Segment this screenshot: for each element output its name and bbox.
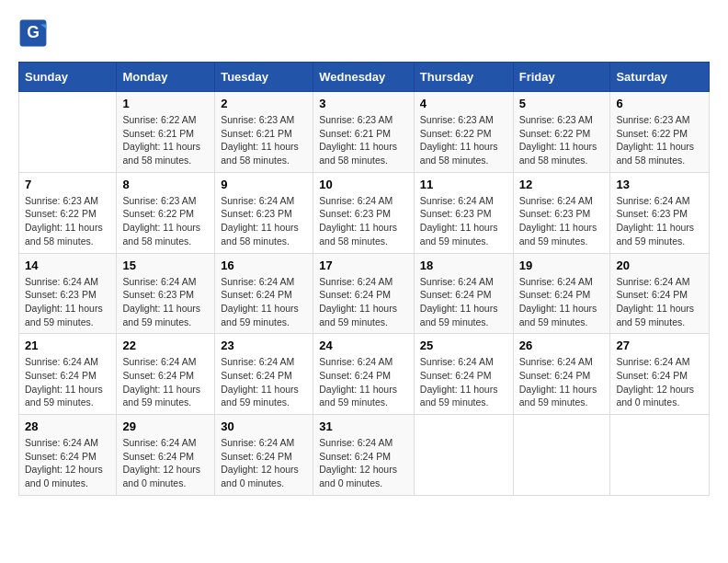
calendar-cell: 21Sunrise: 6:24 AM Sunset: 6:24 PM Dayli…	[19, 334, 117, 415]
day-info: Sunrise: 6:24 AM Sunset: 6:24 PM Dayligh…	[122, 355, 209, 409]
day-number: 16	[221, 259, 307, 272]
day-info: Sunrise: 6:24 AM Sunset: 6:24 PM Dayligh…	[221, 436, 307, 490]
calendar-cell: 1Sunrise: 6:22 AM Sunset: 6:21 PM Daylig…	[117, 92, 215, 173]
calendar-cell: 4Sunrise: 6:23 AM Sunset: 6:22 PM Daylig…	[414, 92, 513, 173]
day-number: 12	[519, 178, 605, 191]
calendar-cell: 19Sunrise: 6:24 AM Sunset: 6:24 PM Dayli…	[513, 253, 610, 334]
day-info: Sunrise: 6:24 AM Sunset: 6:24 PM Dayligh…	[319, 275, 408, 329]
calendar-cell: 11Sunrise: 6:24 AM Sunset: 6:23 PM Dayli…	[414, 172, 513, 253]
calendar-cell: 16Sunrise: 6:24 AM Sunset: 6:24 PM Dayli…	[215, 253, 313, 334]
day-number: 26	[519, 339, 605, 352]
day-info: Sunrise: 6:24 AM Sunset: 6:24 PM Dayligh…	[420, 275, 507, 329]
day-info: Sunrise: 6:23 AM Sunset: 6:21 PM Dayligh…	[221, 113, 307, 167]
weekday-header-tuesday: Tuesday	[215, 63, 313, 92]
calendar-cell	[513, 415, 610, 496]
day-info: Sunrise: 6:24 AM Sunset: 6:24 PM Dayligh…	[319, 436, 408, 490]
day-number: 19	[519, 259, 605, 272]
day-info: Sunrise: 6:24 AM Sunset: 6:24 PM Dayligh…	[25, 436, 110, 490]
calendar-week-row: 1Sunrise: 6:22 AM Sunset: 6:21 PM Daylig…	[19, 92, 710, 173]
weekday-header-friday: Friday	[513, 63, 610, 92]
day-number: 23	[221, 339, 307, 352]
calendar-cell: 24Sunrise: 6:24 AM Sunset: 6:24 PM Dayli…	[313, 334, 415, 415]
day-info: Sunrise: 6:24 AM Sunset: 6:24 PM Dayligh…	[519, 275, 605, 329]
day-info: Sunrise: 6:24 AM Sunset: 6:24 PM Dayligh…	[616, 355, 703, 409]
calendar-week-row: 7Sunrise: 6:23 AM Sunset: 6:22 PM Daylig…	[19, 172, 710, 253]
calendar-cell: 12Sunrise: 6:24 AM Sunset: 6:23 PM Dayli…	[513, 172, 610, 253]
calendar-cell: 28Sunrise: 6:24 AM Sunset: 6:24 PM Dayli…	[19, 415, 117, 496]
svg-text:G: G	[27, 23, 40, 41]
calendar-cell: 18Sunrise: 6:24 AM Sunset: 6:24 PM Dayli…	[414, 253, 513, 334]
day-info: Sunrise: 6:23 AM Sunset: 6:22 PM Dayligh…	[616, 113, 703, 167]
calendar-cell: 10Sunrise: 6:24 AM Sunset: 6:23 PM Dayli…	[313, 172, 415, 253]
calendar-cell	[19, 92, 117, 173]
day-number: 7	[25, 178, 110, 191]
day-number: 11	[420, 178, 507, 191]
calendar-cell: 17Sunrise: 6:24 AM Sunset: 6:24 PM Dayli…	[313, 253, 415, 334]
day-number: 21	[25, 339, 110, 352]
calendar-cell: 27Sunrise: 6:24 AM Sunset: 6:24 PM Dayli…	[610, 334, 710, 415]
calendar-cell	[414, 415, 513, 496]
day-info: Sunrise: 6:24 AM Sunset: 6:24 PM Dayligh…	[221, 355, 307, 409]
calendar-cell	[610, 415, 710, 496]
day-info: Sunrise: 6:24 AM Sunset: 6:24 PM Dayligh…	[221, 275, 307, 329]
day-info: Sunrise: 6:24 AM Sunset: 6:23 PM Dayligh…	[221, 194, 307, 248]
page-header: G	[18, 18, 710, 48]
calendar-cell: 30Sunrise: 6:24 AM Sunset: 6:24 PM Dayli…	[215, 415, 313, 496]
day-info: Sunrise: 6:24 AM Sunset: 6:24 PM Dayligh…	[519, 355, 605, 409]
calendar-cell: 13Sunrise: 6:24 AM Sunset: 6:23 PM Dayli…	[610, 172, 710, 253]
day-number: 14	[25, 259, 110, 272]
weekday-header-monday: Monday	[117, 63, 215, 92]
day-number: 28	[25, 419, 110, 433]
day-info: Sunrise: 6:24 AM Sunset: 6:23 PM Dayligh…	[25, 275, 110, 329]
day-number: 1	[122, 97, 209, 110]
calendar-cell: 3Sunrise: 6:23 AM Sunset: 6:21 PM Daylig…	[313, 92, 415, 173]
day-info: Sunrise: 6:24 AM Sunset: 6:24 PM Dayligh…	[616, 275, 703, 329]
calendar-cell: 15Sunrise: 6:24 AM Sunset: 6:23 PM Dayli…	[117, 253, 215, 334]
day-info: Sunrise: 6:23 AM Sunset: 6:22 PM Dayligh…	[420, 113, 507, 167]
calendar-cell: 8Sunrise: 6:23 AM Sunset: 6:22 PM Daylig…	[117, 172, 215, 253]
day-number: 18	[420, 259, 507, 272]
calendar-cell: 5Sunrise: 6:23 AM Sunset: 6:22 PM Daylig…	[513, 92, 610, 173]
calendar-table: SundayMondayTuesdayWednesdayThursdayFrid…	[18, 62, 710, 496]
day-number: 20	[616, 259, 703, 272]
weekday-header-thursday: Thursday	[414, 63, 513, 92]
day-number: 6	[616, 97, 703, 110]
day-number: 25	[420, 339, 507, 352]
day-info: Sunrise: 6:22 AM Sunset: 6:21 PM Dayligh…	[122, 113, 209, 167]
day-number: 27	[616, 339, 703, 352]
calendar-header-row: SundayMondayTuesdayWednesdayThursdayFrid…	[19, 63, 710, 92]
day-number: 10	[319, 178, 408, 191]
day-info: Sunrise: 6:24 AM Sunset: 6:23 PM Dayligh…	[616, 194, 703, 248]
day-number: 3	[319, 97, 408, 110]
day-number: 8	[122, 178, 209, 191]
day-info: Sunrise: 6:24 AM Sunset: 6:23 PM Dayligh…	[519, 194, 605, 248]
day-info: Sunrise: 6:24 AM Sunset: 6:24 PM Dayligh…	[420, 355, 507, 409]
calendar-cell: 25Sunrise: 6:24 AM Sunset: 6:24 PM Dayli…	[414, 334, 513, 415]
day-info: Sunrise: 6:23 AM Sunset: 6:22 PM Dayligh…	[122, 194, 209, 248]
calendar-cell: 23Sunrise: 6:24 AM Sunset: 6:24 PM Dayli…	[215, 334, 313, 415]
logo-icon: G	[18, 18, 48, 48]
day-number: 17	[319, 259, 408, 272]
day-number: 30	[221, 419, 307, 433]
calendar-cell: 7Sunrise: 6:23 AM Sunset: 6:22 PM Daylig…	[19, 172, 117, 253]
day-number: 13	[616, 178, 703, 191]
day-number: 22	[122, 339, 209, 352]
weekday-header-saturday: Saturday	[610, 63, 710, 92]
weekday-header-sunday: Sunday	[19, 63, 117, 92]
calendar-cell: 22Sunrise: 6:24 AM Sunset: 6:24 PM Dayli…	[117, 334, 215, 415]
calendar-cell: 9Sunrise: 6:24 AM Sunset: 6:23 PM Daylig…	[215, 172, 313, 253]
day-info: Sunrise: 6:24 AM Sunset: 6:24 PM Dayligh…	[122, 436, 209, 490]
day-number: 2	[221, 97, 307, 110]
calendar-week-row: 28Sunrise: 6:24 AM Sunset: 6:24 PM Dayli…	[19, 415, 710, 496]
day-info: Sunrise: 6:24 AM Sunset: 6:24 PM Dayligh…	[25, 355, 110, 409]
day-info: Sunrise: 6:24 AM Sunset: 6:23 PM Dayligh…	[319, 194, 408, 248]
logo: G	[18, 18, 53, 48]
calendar-cell: 29Sunrise: 6:24 AM Sunset: 6:24 PM Dayli…	[117, 415, 215, 496]
weekday-header-wednesday: Wednesday	[313, 63, 415, 92]
day-info: Sunrise: 6:23 AM Sunset: 6:22 PM Dayligh…	[519, 113, 605, 167]
calendar-week-row: 21Sunrise: 6:24 AM Sunset: 6:24 PM Dayli…	[19, 334, 710, 415]
day-number: 31	[319, 419, 408, 433]
day-number: 24	[319, 339, 408, 352]
day-info: Sunrise: 6:24 AM Sunset: 6:23 PM Dayligh…	[122, 275, 209, 329]
day-info: Sunrise: 6:24 AM Sunset: 6:24 PM Dayligh…	[319, 355, 408, 409]
